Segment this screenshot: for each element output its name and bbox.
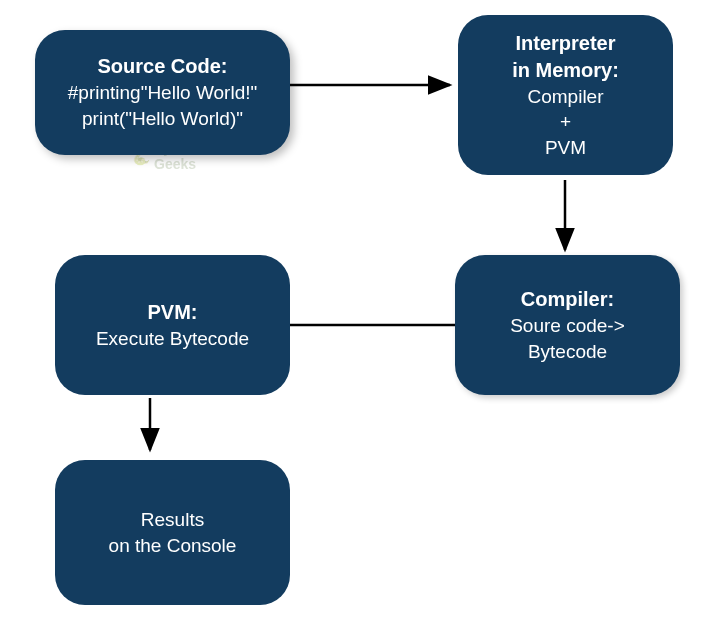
node-title-line: in Memory: bbox=[512, 57, 619, 84]
node-body-line: Results bbox=[141, 507, 204, 533]
node-title-line: Interpreter bbox=[515, 30, 615, 57]
node-title: PVM: bbox=[148, 299, 198, 326]
node-body-line: + bbox=[560, 109, 571, 135]
node-body-line: print("Hello World)" bbox=[82, 106, 243, 132]
node-body-line: Bytecode bbox=[528, 339, 607, 365]
node-results: Results on the Console bbox=[55, 460, 290, 605]
node-pvm: PVM: Execute Bytecode bbox=[55, 255, 290, 395]
node-source-code: Source Code: #printing"Hello World!" pri… bbox=[35, 30, 290, 155]
node-title: Compiler: bbox=[521, 286, 614, 313]
node-body-line: #printing"Hello World!" bbox=[68, 80, 258, 106]
node-body-line: Execute Bytecode bbox=[96, 326, 249, 352]
node-body-line: on the Console bbox=[109, 533, 237, 559]
node-body-line: PVM bbox=[545, 135, 586, 161]
node-compiler: Compiler: Soure code-> Bytecode bbox=[455, 255, 680, 395]
node-title: Source Code: bbox=[97, 53, 227, 80]
node-interpreter: Interpreter in Memory: Compiler + PVM bbox=[458, 15, 673, 175]
node-body-line: Compiler bbox=[527, 84, 603, 110]
node-body-line: Soure code-> bbox=[510, 313, 625, 339]
